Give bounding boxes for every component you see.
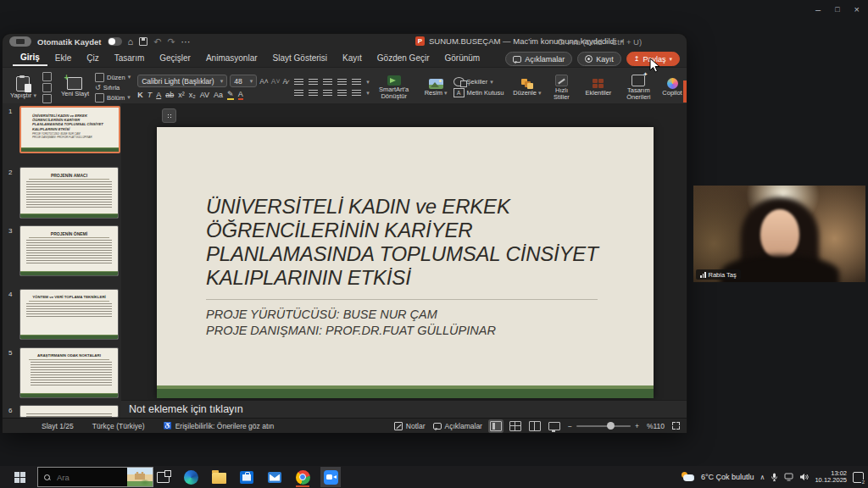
change-case-button[interactable]: Aa: [214, 91, 223, 99]
slide-thumbnail-2[interactable]: 2 PROJENİN AMACI: [3, 167, 121, 219]
shrink-font-icon[interactable]: A˅: [271, 77, 281, 86]
close-icon[interactable]: ×: [854, 3, 860, 15]
search-field[interactable]: Ara (Cmd + Ctrl + U): [558, 37, 642, 47]
microphone-icon[interactable]: [771, 473, 778, 482]
fit-to-window-icon[interactable]: [672, 422, 680, 430]
slide-thumbnail-1[interactable]: 1 ÜNİVERSİTELİ KADIN ve ERKEK ÖĞRENCİLER…: [3, 106, 121, 153]
home-icon[interactable]: ⌂: [128, 36, 134, 47]
tab-gecisler[interactable]: Geçişler: [152, 52, 198, 65]
superscript-button[interactable]: x²: [178, 91, 185, 99]
convert-smartart-button[interactable]: SmartArt'a Dönüştür: [373, 75, 415, 100]
tab-kayit[interactable]: Kayıt: [335, 52, 370, 65]
store-app[interactable]: [236, 467, 257, 487]
zoom-in-button[interactable]: +: [635, 422, 639, 430]
picture-button[interactable]: Resim ▾: [422, 79, 450, 97]
edge-app[interactable]: [181, 467, 201, 487]
font-size-select[interactable]: 48▾: [230, 75, 257, 87]
tab-gozden-gecir[interactable]: Gözden Geçir: [370, 52, 437, 65]
character-spacing-button[interactable]: AV: [200, 91, 209, 99]
zoom-level[interactable]: %110: [647, 422, 665, 430]
tray-expand-icon[interactable]: ∧: [760, 474, 765, 481]
notification-center-icon[interactable]: 2: [853, 472, 864, 483]
bullets-icon[interactable]: [294, 78, 303, 86]
cut-icon[interactable]: [42, 72, 52, 81]
search-highlight-image[interactable]: [127, 468, 153, 486]
line-spacing-icon[interactable]: [352, 78, 361, 86]
align-center-icon[interactable]: [309, 89, 318, 97]
font-name-select[interactable]: Calibri Light (Başlıklar)▾: [137, 75, 227, 87]
current-slide[interactable]: ÜNİVERSİTELİ KADIN ve ERKEK ÖĞRENCİLERİN…: [157, 127, 654, 398]
thumbnail-slide-selected[interactable]: ÜNİVERSİTELİ KADIN ve ERKEK ÖĞRENCİLERİN…: [19, 106, 120, 153]
maximize-icon[interactable]: □: [835, 3, 839, 15]
weather-text[interactable]: 6°C Çok bulutlu: [701, 473, 754, 481]
weather-icon[interactable]: [681, 472, 695, 482]
zoom-slider[interactable]: [576, 425, 631, 427]
slide-subtitle[interactable]: PROJE YÜRÜTÜCÜSÜ: BUSE NUR ÇAM PROJE DAN…: [206, 307, 615, 339]
quick-styles-button[interactable]: Hızlı Stiller: [547, 75, 576, 101]
tab-ciz[interactable]: Çiz: [79, 52, 106, 65]
mac-window-buttons[interactable]: [9, 36, 31, 47]
numbering-icon[interactable]: [309, 78, 318, 86]
presenter-tools-button[interactable]: [162, 108, 176, 123]
copilot-button[interactable]: Copilot: [659, 78, 684, 97]
align-left-icon[interactable]: [294, 89, 303, 97]
start-button[interactable]: [7, 466, 32, 488]
slide-sorter-button[interactable]: [509, 421, 521, 431]
decrease-indent-icon[interactable]: [323, 78, 332, 86]
language-indicator[interactable]: Türkçe (Türkiye): [92, 422, 145, 430]
clear-formatting-icon[interactable]: A̷: [282, 77, 287, 86]
normal-view-button[interactable]: [490, 421, 502, 431]
slide-thumbnail-6[interactable]: 6: [3, 405, 121, 418]
layout-button[interactable]: Düzen▾: [95, 73, 131, 82]
grow-font-icon[interactable]: A˄: [259, 77, 269, 86]
file-explorer-app[interactable]: [209, 467, 229, 487]
minimize-icon[interactable]: –: [815, 3, 821, 15]
tab-tasarim[interactable]: Tasarım: [107, 52, 153, 65]
copy-icon[interactable]: [42, 83, 52, 92]
taskbar-clock[interactable]: 13:02 10.12.2025: [815, 470, 847, 485]
subscript-button[interactable]: x₂: [189, 91, 196, 99]
slideshow-button[interactable]: [548, 422, 560, 430]
notes-pane[interactable]: Not eklemek için tıklayın: [121, 400, 687, 418]
arrange-button[interactable]: Düzenle ▾: [510, 79, 543, 97]
format-painter-icon[interactable]: [42, 94, 52, 103]
slide-thumbnail-4[interactable]: 4 YÖNTEM ve VERİ TOPLAMA TEKNİKLERİ: [3, 289, 121, 340]
accessibility-checker[interactable]: ♿ Erişilebilirlik: Önerilere göz atın: [164, 422, 275, 430]
task-view-button[interactable]: [153, 467, 173, 487]
textbox-button[interactable]: AMetin Kutusu: [453, 88, 504, 97]
justify-icon[interactable]: [337, 89, 347, 97]
zoom-app[interactable]: [320, 467, 341, 487]
tab-gorunum[interactable]: Görünüm: [437, 52, 488, 65]
notes-toggle[interactable]: Notlar: [394, 422, 426, 430]
increase-indent-icon[interactable]: [337, 78, 347, 86]
tab-giris[interactable]: Giriş: [13, 51, 47, 66]
addins-button[interactable]: Eklentiler: [582, 79, 614, 97]
shapes-button[interactable]: Şekiller▾: [453, 77, 504, 86]
text-direction-icon[interactable]: [352, 89, 361, 97]
strikethrough-button[interactable]: ab: [165, 91, 174, 99]
paste-button[interactable]: Yapıştır ▾: [8, 76, 39, 99]
taskbar-search[interactable]: [37, 467, 153, 487]
mail-app[interactable]: [264, 467, 285, 487]
record-button[interactable]: Kayıt: [577, 52, 621, 66]
highlight-color-button[interactable]: ✎: [227, 90, 234, 100]
tab-animasyonlar[interactable]: Animasyonlar: [198, 52, 265, 65]
italic-button[interactable]: T: [147, 91, 153, 99]
chrome-app[interactable]: [292, 467, 313, 487]
search-input[interactable]: [55, 472, 109, 483]
reset-button[interactable]: ↺Sıfırla: [95, 84, 131, 92]
save-icon[interactable]: [139, 37, 147, 46]
slide-title[interactable]: ÜNİVERSİTELİ KADIN ve ERKEK ÖĞRENCİLERİN…: [206, 195, 615, 290]
slide-thumbnail-3[interactable]: 3 PROJENİN ÖNEMİ: [3, 225, 121, 276]
section-button[interactable]: Bölüm▾: [95, 93, 131, 103]
font-color-button[interactable]: A: [238, 90, 243, 100]
autosave-toggle[interactable]: [108, 37, 122, 46]
new-slide-button[interactable]: Yeni Slayt: [58, 77, 92, 97]
cast-display-icon[interactable]: [784, 473, 793, 481]
tab-slayt-gosterisi[interactable]: Slayt Gösterisi: [265, 52, 335, 65]
bold-button[interactable]: K: [137, 91, 143, 99]
undo-icon[interactable]: ↶: [153, 36, 161, 47]
underline-button[interactable]: A: [156, 91, 161, 99]
comments-button[interactable]: Açıklamalar: [505, 52, 572, 66]
zoom-out-button[interactable]: −: [568, 422, 572, 430]
